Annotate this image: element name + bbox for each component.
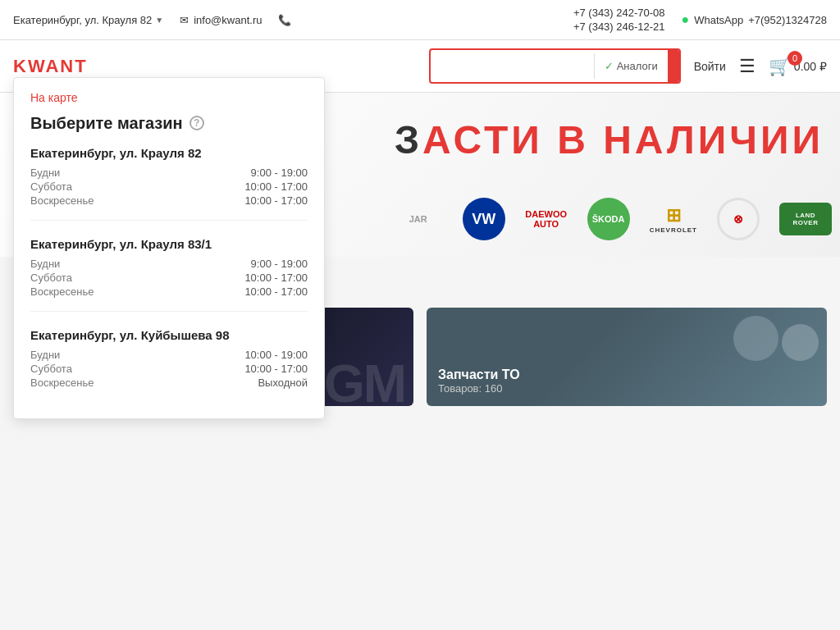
store-hours-2: Будни 9:00 - 19:00 Суббота 10:00 - 17:00… <box>30 258 308 298</box>
landrover-brand-logo: LANDROVER <box>779 203 832 235</box>
analogues-toggle[interactable]: ✓ Аналоги <box>594 53 668 79</box>
top-bar: Екатеринбург, ул. Крауля 82 ▼ ✉ info@kwa… <box>0 0 840 40</box>
store-item-1[interactable]: Екатеринбург, ул. Крауля 82 Будни 9:00 -… <box>30 146 308 221</box>
day-label: Суббота <box>30 180 72 193</box>
help-icon[interactable]: ? <box>189 116 204 130</box>
card-title-to: Запчасти ТО <box>438 368 815 382</box>
location-selector[interactable]: Екатеринбург, ул. Крауля 82 ▼ <box>13 14 163 26</box>
phone1: +7 (343) 242-70-08 <box>573 7 665 19</box>
store-dropdown: На карте Выберите магазин ? Екатеринбург… <box>13 77 325 419</box>
email-icon: ✉ <box>180 14 189 26</box>
store-hours-1: Будни 9:00 - 19:00 Суббота 10:00 - 17:00… <box>30 167 308 207</box>
time-value: 10:00 - 17:00 <box>244 180 308 193</box>
header: KWANT На карте Выберите магазин ? Екатер… <box>0 40 840 93</box>
time-value: 9:00 - 19:00 <box>251 167 308 179</box>
day-label: Будни <box>30 167 60 179</box>
analogues-label: Аналоги <box>617 60 658 72</box>
store-address-2: Екатеринбург, ул. Крауля 83/1 <box>30 237 308 251</box>
circle-decoration-2 <box>782 324 819 361</box>
whatsapp-label: WhatsApp <box>694 14 743 26</box>
search-button[interactable]: 🔍 <box>668 50 681 82</box>
chevron-down-icon: ▼ <box>155 16 163 25</box>
phone-icon: 📞 <box>278 14 291 26</box>
email-text: info@kwant.ru <box>194 14 262 26</box>
menu-icon[interactable]: ☰ <box>739 56 756 77</box>
search-icon: 🔍 <box>679 59 681 73</box>
search-bar: ✓ Аналоги 🔍 <box>429 48 681 84</box>
opel-brand-logo: ⊗ <box>717 198 760 240</box>
search-input[interactable] <box>431 53 594 80</box>
header-actions: Войти ☰ 0 🛒 0.00 ₽ <box>694 56 827 77</box>
chevrolet-brand-logo: ⊞ CHEVROLET <box>650 205 697 234</box>
cart-button[interactable]: 0 🛒 0.00 ₽ <box>769 56 827 77</box>
whatsapp-number: +7(952)1324728 <box>748 14 827 26</box>
hero-text: ЗАСТИ В НАЛИЧИИ <box>395 117 824 162</box>
phone-numbers: +7 (343) 242-70-08 +7 (343) 246-12-21 <box>573 7 665 33</box>
skoda-brand-logo: ŠKODA <box>587 198 630 240</box>
check-icon: ✓ <box>605 60 614 72</box>
store-hours-3: Будни 10:00 - 19:00 Суббота 10:00 - 17:0… <box>30 349 308 389</box>
logo[interactable]: KWANT <box>13 56 88 77</box>
brand-logos: JAR VW DAEWOOAUTO ŠKODA ⊞ CHEVROLET ⊗ LA… <box>394 198 832 240</box>
circle-decoration-1 <box>733 316 778 361</box>
whatsapp-link[interactable]: ● WhatsApp +7(952)1324728 <box>682 12 827 27</box>
daewoo-brand-logo: DAEWOOAUTO <box>525 209 568 229</box>
store-address-1: Екатеринбург, ул. Крауля 82 <box>30 146 308 160</box>
card-decoration <box>733 316 819 361</box>
vw-brand-logo: VW <box>463 198 505 240</box>
location-text: Екатеринбург, ул. Крауля 82 <box>13 14 152 26</box>
store-item-3[interactable]: Екатеринбург, ул. Куйбышева 98 Будни 10:… <box>30 328 308 402</box>
card-count-to: Товаров: 160 <box>438 382 815 395</box>
map-link[interactable]: На карте <box>30 91 78 104</box>
store-address-3: Екатеринбург, ул. Куйбышева 98 <box>30 328 308 342</box>
time-value: 10:00 - 17:00 <box>244 194 308 207</box>
jar-brand-logo: JAR <box>394 199 443 240</box>
email-link[interactable]: ✉ info@kwant.ru <box>180 14 262 26</box>
store-item-2[interactable]: Екатеринбург, ул. Крауля 83/1 Будни 9:00… <box>30 237 308 312</box>
whatsapp-icon: ● <box>682 12 690 27</box>
login-button[interactable]: Войти <box>694 60 726 73</box>
cart-badge: 0 <box>788 51 802 66</box>
phone2: +7 (343) 246-12-21 <box>573 21 665 33</box>
dropdown-title: Выберите магазин ? <box>30 114 308 133</box>
day-label: Воскресенье <box>30 194 94 207</box>
to-card[interactable]: Запчасти ТО Товаров: 160 <box>427 308 827 406</box>
